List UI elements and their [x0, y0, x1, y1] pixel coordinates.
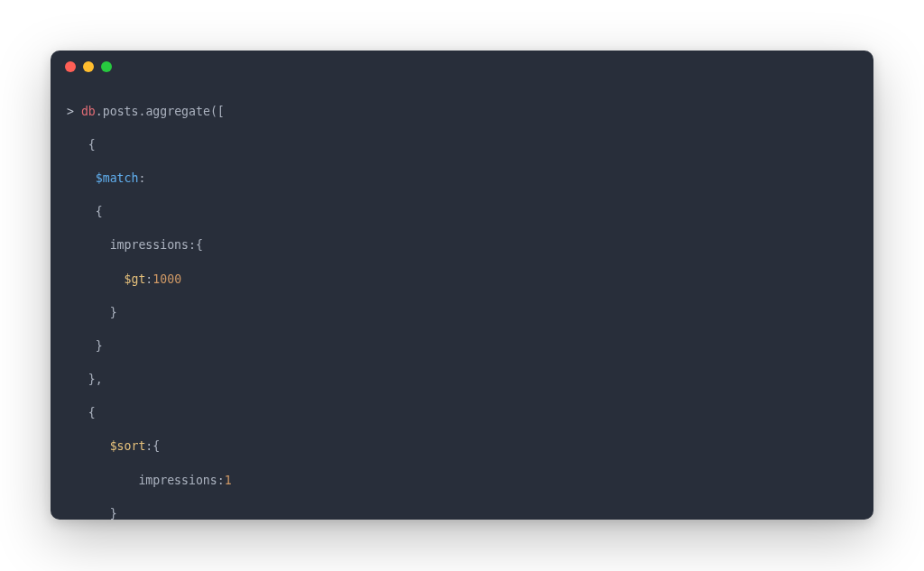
code-line: impressions:{ — [67, 237, 857, 254]
code-line: { — [67, 405, 857, 422]
match-field: impressions — [110, 238, 189, 252]
code-line: } — [67, 506, 857, 520]
gt-value: 1000 — [152, 272, 181, 286]
code-line: impressions:1 — [67, 473, 857, 490]
code-area[interactable]: > db.posts.aggregate([ { $match: { impre… — [51, 83, 873, 520]
code-line: $gt:1000 — [67, 272, 857, 289]
sort-field: impressions — [138, 474, 217, 487]
zoom-icon[interactable] — [101, 61, 112, 72]
minimize-icon[interactable] — [83, 61, 94, 72]
code-line: { — [67, 137, 857, 154]
code-line: > db.posts.aggregate([ — [67, 104, 857, 121]
code-line: } — [67, 338, 857, 355]
titlebar — [51, 51, 873, 83]
sort-value: 1 — [225, 474, 232, 487]
code-line: }, — [67, 372, 857, 389]
method-name: aggregate — [145, 105, 209, 118]
code-line: $sort:{ — [67, 438, 857, 456]
gt-key: $gt — [125, 272, 146, 286]
code-line: { — [67, 204, 857, 221]
terminal-window: > db.posts.aggregate([ { $match: { impre… — [51, 51, 873, 520]
db-var: db — [81, 105, 96, 118]
prompt-char: > — [67, 105, 74, 118]
match-key: $match — [96, 171, 139, 185]
collection-name: posts — [103, 105, 139, 118]
code-line: $match: — [67, 170, 857, 188]
close-icon[interactable] — [65, 61, 76, 72]
sort-key: $sort — [110, 439, 146, 453]
paren-open: ([ — [210, 105, 225, 118]
code-line: } — [67, 305, 857, 322]
